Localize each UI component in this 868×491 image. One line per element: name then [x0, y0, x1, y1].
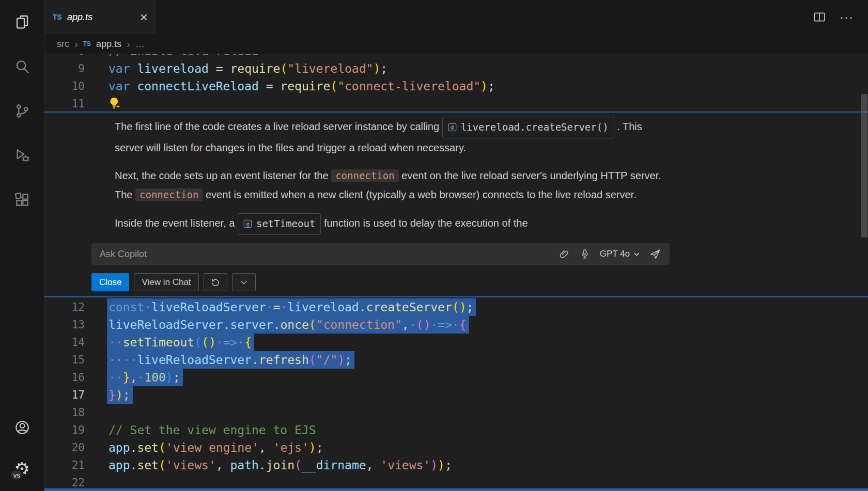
run-and-debug-icon[interactable]	[13, 147, 31, 164]
model-picker[interactable]: GPT 4o	[600, 249, 640, 259]
symbol-chip-label: livereload.createServer()	[461, 118, 609, 137]
chat-paragraph: Inside the event listener, a @ setTimeou…	[115, 213, 662, 235]
chevron-down-icon	[633, 252, 640, 257]
attach-context-icon[interactable]	[559, 248, 570, 260]
rerun-request-button[interactable]	[204, 273, 227, 291]
svg-text:@: @	[451, 124, 454, 130]
code-line-14[interactable]: 14··setTimeout(()·=>·{	[44, 334, 861, 351]
bottom-accent-border	[44, 488, 868, 491]
breadcrumb-src[interactable]: src	[57, 39, 69, 50]
tab-label: app.ts	[67, 12, 92, 23]
tab-bar: TS app.ts × ···	[44, 0, 868, 34]
view-in-chat-button[interactable]: View in Chat	[134, 273, 198, 291]
search-icon[interactable]	[13, 58, 31, 75]
code-text[interactable]: var livereload = require("livereload");	[107, 60, 390, 77]
activity-bar: ⚙ vs	[0, 0, 44, 491]
code-text[interactable]: var connectLiveReload = require("connect…	[107, 77, 498, 95]
chat-paragraph: Next, the code sets up an event listener…	[115, 166, 662, 204]
tab-app-ts[interactable]: TS app.ts ×	[44, 0, 156, 34]
symbol-icon: @	[448, 123, 457, 132]
code-line-10[interactable]: 10var connectLiveReload = require("conne…	[44, 77, 861, 95]
refresh-icon	[211, 278, 220, 287]
source-control-icon[interactable]	[13, 102, 31, 120]
line-number[interactable]: 19	[44, 421, 85, 439]
code-line-19[interactable]: 19// Set the view engine to EJS	[44, 421, 861, 439]
code-text[interactable]: });	[107, 386, 133, 404]
code-line-15[interactable]: 15····liveReloadServer.refresh("/");	[44, 351, 861, 369]
more-options-dropdown-button[interactable]	[232, 273, 256, 291]
chat-paragraph: The first line of the code creates a liv…	[115, 117, 662, 157]
inline-chat-bottom-border	[44, 296, 868, 297]
symbol-icon: @	[243, 219, 252, 228]
line-number[interactable]: 11	[44, 95, 85, 113]
explorer-icon[interactable]	[13, 13, 31, 31]
code-text[interactable]: // Set the view engine to EJS	[107, 421, 319, 439]
close-button[interactable]: Close	[91, 273, 129, 291]
lightbulb-sparkle-icon[interactable]	[107, 96, 122, 110]
more-actions-icon[interactable]: ···	[840, 10, 854, 24]
inline-code: connection	[135, 188, 203, 201]
split-editor-icon[interactable]	[813, 10, 826, 24]
symbol-chip-label: setTimeout	[256, 214, 315, 233]
code-text[interactable]: liveReloadServer.server.once("connection…	[107, 316, 469, 334]
chevron-right-icon: ›	[127, 39, 130, 49]
svg-text:@: @	[246, 221, 249, 227]
inline-chat-response: The first line of the code creates a liv…	[115, 117, 662, 244]
tab-close-icon[interactable]: ×	[140, 10, 148, 24]
profile-badge[interactable]: vs	[10, 469, 23, 481]
line-number[interactable]: 17	[44, 386, 85, 404]
code-line-18[interactable]: 18	[44, 404, 861, 421]
code-line-11[interactable]: 11	[44, 95, 861, 113]
ask-copilot-placeholder: Ask Copilot	[100, 249, 549, 260]
settings-gear-icon[interactable]: ⚙ vs	[14, 460, 29, 478]
code-text[interactable]: ··},·100);	[107, 369, 183, 386]
code-line-17[interactable]: 17});	[44, 386, 861, 404]
code-text[interactable]: app.set('view engine', 'ejs');	[107, 439, 326, 456]
line-number[interactable]: 9	[44, 60, 85, 77]
chevron-down-icon	[239, 278, 249, 287]
breadcrumb-file[interactable]: app.ts	[96, 39, 121, 50]
code-line-20[interactable]: 20app.set('view engine', 'ejs');	[44, 439, 861, 456]
extensions-icon[interactable]	[13, 191, 31, 209]
accounts-icon[interactable]	[13, 419, 31, 436]
line-number[interactable]: 13	[44, 316, 85, 334]
code-text[interactable]: app.set('views', path.join(__dirname, 'v…	[107, 456, 455, 474]
model-label: GPT 4o	[600, 249, 630, 259]
code-text[interactable]: ····liveReloadServer.refresh("/");	[107, 351, 354, 369]
line-number[interactable]: 15	[44, 351, 85, 369]
symbol-chip[interactable]: @ livereload.createServer()	[442, 117, 614, 138]
breadcrumb: src › TS app.ts › …	[44, 34, 868, 54]
vertical-scrollbar[interactable]	[861, 94, 867, 237]
microphone-icon[interactable]	[579, 248, 591, 260]
chevron-right-icon: ›	[74, 39, 78, 49]
send-icon[interactable]	[649, 248, 661, 260]
line-number[interactable]: 10	[44, 77, 85, 95]
code-line-16[interactable]: 16··},·100);	[44, 369, 861, 386]
code-line-21[interactable]: 21app.set('views', path.join(__dirname, …	[44, 456, 861, 474]
line-number[interactable]: 21	[44, 456, 85, 474]
line-number[interactable]: 18	[44, 404, 85, 421]
line-number[interactable]: 20	[44, 439, 85, 456]
code-line-13[interactable]: 13liveReloadServer.server.once("connecti…	[44, 316, 861, 334]
breadcrumb-symbol-ellipsis[interactable]: …	[135, 39, 145, 50]
symbol-chip[interactable]: @ setTimeout	[238, 213, 321, 235]
ts-file-icon: TS	[83, 40, 91, 47]
code-text[interactable]: ··setTimeout(()·=>·{	[107, 334, 254, 351]
line-number[interactable]: 14	[44, 334, 85, 351]
inline-chat-top-border	[44, 112, 868, 113]
line-number[interactable]: 12	[44, 298, 85, 316]
inline-code: connection	[331, 169, 398, 182]
code-line-12[interactable]: 12const·liveReloadServer·=·livereload.cr…	[44, 298, 861, 316]
ask-copilot-input[interactable]: Ask Copilot GPT 4o	[91, 243, 670, 265]
line-number[interactable]: 16	[44, 369, 85, 386]
code-text[interactable]: const·liveReloadServer·=·livereload.crea…	[107, 298, 476, 316]
ts-file-icon: TS	[53, 13, 62, 21]
code-line-9[interactable]: 9var livereload = require("livereload");	[44, 60, 861, 77]
